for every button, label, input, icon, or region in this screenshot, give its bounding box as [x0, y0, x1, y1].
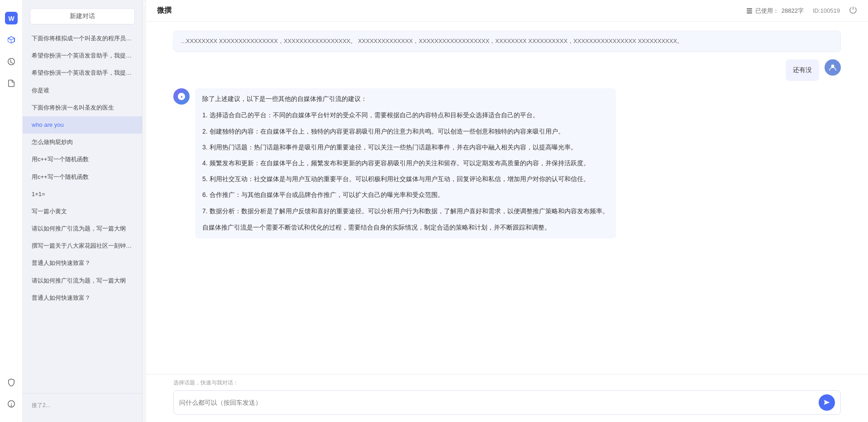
clock-icon[interactable] [3, 53, 19, 70]
sidebar-bottom: 接了2... [23, 393, 142, 417]
partial-text: ...XXXXXXXX XXXXXXXXXXXXXXX，XXXXXXXXXXXX… [181, 38, 683, 44]
sidebar-item[interactable]: 下面你将模拟成一个叫圣友的程序员，我说... [23, 30, 142, 47]
user-message-row: 还有没 [173, 59, 841, 81]
sidebar-item[interactable]: 希望你扮演一个英语发音助手，我提供给你... [23, 64, 142, 82]
send-button[interactable] [819, 394, 835, 411]
svg-rect-4 [747, 12, 752, 14]
sidebar-toggle-button[interactable] [143, 0, 146, 422]
document-icon[interactable] [3, 75, 19, 91]
storage-icon [746, 8, 753, 14]
page-title: 微撰 [157, 6, 172, 15]
header-right: 已使用： 28822字 ID:100519 [746, 6, 857, 15]
cube-icon[interactable] [3, 32, 19, 48]
sidebar-item-bottom[interactable]: 接了2... [23, 397, 142, 414]
ai-point-7: 7. 数据分析：数据分析是了解用户反馈和喜好的重要途径。可以分析用户行为和数据，… [202, 206, 609, 217]
power-button[interactable] [849, 6, 857, 15]
svg-rect-3 [747, 10, 752, 11]
bottom-icons [3, 371, 19, 415]
sidebar-item[interactable]: 撰写一篇关于八大家花园社区一刻钟便民生... [23, 237, 142, 254]
svg-rect-2 [747, 8, 752, 10]
ai-point-6: 6. 合作推广：与其他自媒体平台或品牌合作推广，可以扩大自己的曝光率和受众范围。 [202, 189, 609, 201]
sidebar-item[interactable]: 希望你扮演一个英语发音助手，我提供给你... [23, 47, 142, 64]
sidebar: 新建对话 下面你将模拟成一个叫圣友的程序员，我说... 希望你扮演一个英语发音助… [23, 0, 143, 422]
ai-point-2: 2. 创建独特的内容：在自媒体平台上，独特的内容更容易吸引用户的注意力和共鸣。可… [202, 126, 609, 137]
usage-label: 已使用： [755, 7, 779, 15]
info-icon[interactable] [3, 396, 19, 412]
ai-point-4: 4. 频繁发布和更新：在自媒体平台上，频繁发布和更新的内容更容易吸引用户的关注和… [202, 158, 609, 169]
ai-avatar [173, 88, 190, 105]
sidebar-item[interactable]: 用c++写一个随机函数 [23, 151, 142, 168]
sidebar-item[interactable]: 写一篇小黄文 [23, 203, 142, 220]
new-chat-button[interactable]: 新建对话 [30, 8, 135, 24]
logo-icon: W [3, 10, 19, 26]
input-area: 选择话题，快速与我对话： [146, 374, 868, 422]
sidebar-item[interactable]: 你是谁 [23, 82, 142, 99]
sidebar-item[interactable]: 普通人如何快速致富？ [23, 254, 142, 272]
ai-message-bubble: 除了上述建议，以下是一些其他的自媒体推广引流的建议： 1. 选择适合自己的平台：… [195, 88, 616, 239]
sidebar-item[interactable]: 下面你将扮演一名叫圣友的医生 [23, 99, 142, 116]
quick-select-label: 选择话题，快速与我对话： [173, 379, 841, 387]
ai-point-5: 5. 利用社交互动：社交媒体是与用户互动的重要平台。可以积极利用社交媒体与用户互… [202, 173, 609, 185]
sidebar-item-active[interactable]: who are you [23, 116, 142, 134]
ai-point-1: 1. 选择适合自己的平台：不同的自媒体平台针对的受众不同，需要根据自己的内容特点… [202, 110, 609, 121]
svg-text:W: W [8, 15, 14, 22]
user-message-bubble: 还有没 [786, 59, 819, 81]
user-avatar [825, 59, 841, 76]
user-id: ID:100519 [813, 7, 840, 14]
ai-point-3: 3. 利用热门话题：热门话题和事件是吸引用户的重要途径，可以关注一些热门话题和事… [202, 142, 609, 153]
sidebar-item[interactable]: 普通人如何快速致富？ [23, 289, 142, 307]
sidebar-item[interactable]: 怎么做狗屁炒肉 [23, 134, 142, 151]
previous-message-bubble: ...XXXXXXXX XXXXXXXXXXXXXXX，XXXXXXXXXXXX… [173, 31, 841, 52]
shield-icon[interactable] [3, 374, 19, 390]
ai-intro: 除了上述建议，以下是一些其他的自媒体推广引流的建议： [202, 94, 609, 105]
sidebar-item[interactable]: 请以如何推广引流为题，写一篇大纲 [23, 272, 142, 289]
user-message-text: 还有没 [793, 66, 812, 73]
icon-bar: W [0, 0, 23, 422]
sidebar-item[interactable]: 请以如何推广引流为题，写一篇大纲 [23, 220, 142, 237]
ai-message-row: 除了上述建议，以下是一些其他的自媒体推广引流的建议： 1. 选择适合自己的平台：… [173, 88, 841, 239]
usage-value: 28822字 [782, 7, 804, 15]
main-content: 微撰 已使用： 28822字 ID:100519 ...XXXXX [146, 0, 868, 422]
sidebar-item[interactable]: 1+1= [23, 186, 142, 203]
ai-conclusion: 自媒体推广引流是一个需要不断尝试和优化的过程，需要结合自身的实际情况，制定合适的… [202, 222, 609, 233]
header: 微撰 已使用： 28822字 ID:100519 [146, 0, 868, 22]
usage-display: 已使用： 28822字 [746, 7, 804, 15]
chat-area: ...XXXXXXXX XXXXXXXXXXXXXXX，XXXXXXXXXXXX… [146, 22, 868, 374]
chat-input[interactable] [179, 399, 819, 406]
input-row [173, 390, 841, 415]
sidebar-item[interactable]: 用c++写一个随机函数 [23, 168, 142, 186]
